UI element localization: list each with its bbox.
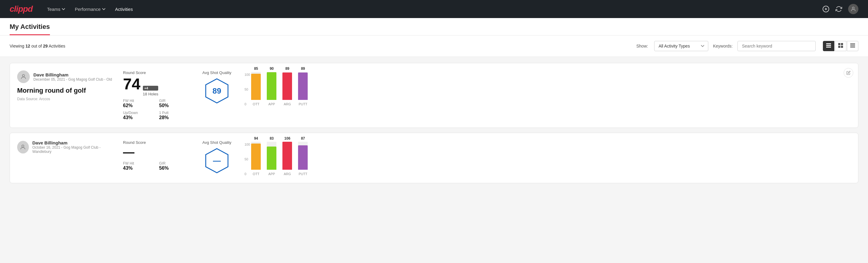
bar-value-putt: 89 xyxy=(301,66,305,71)
oneputt-stat: 1 Putt 28% xyxy=(159,111,189,120)
bar-value-app-2: 83 xyxy=(270,136,274,141)
page-header: My Activities xyxy=(0,18,868,35)
bar-group-putt: 89 PUTT xyxy=(298,66,308,106)
svg-rect-13 xyxy=(850,46,855,46)
activity-type-select[interactable]: All Activity Types xyxy=(654,41,708,51)
list-view-button[interactable] xyxy=(823,41,834,51)
nav-label-activities: Activities xyxy=(115,7,133,12)
gir-label: GIR xyxy=(159,99,189,103)
bar-group-ott-2: 94 OTT xyxy=(251,136,261,176)
nav-label-teams: Teams xyxy=(47,7,60,12)
fw-hit-label: FW Hit xyxy=(123,99,153,103)
show-label: Show: xyxy=(637,43,648,49)
score-row-2: — xyxy=(123,146,189,159)
score-value: 74 xyxy=(123,76,141,92)
hexagon-wrapper: 89 xyxy=(203,77,230,105)
bar-value-app: 90 xyxy=(270,66,274,71)
gir-stat-2: GIR 56% xyxy=(159,161,189,171)
refresh-button[interactable] xyxy=(836,6,842,12)
user-avatar-card xyxy=(17,70,30,83)
svg-rect-6 xyxy=(826,47,831,48)
hex-score: 89 xyxy=(213,86,221,96)
search-input[interactable] xyxy=(738,41,816,51)
quality-label: Avg Shot Quality xyxy=(203,70,231,75)
svg-rect-11 xyxy=(850,43,855,44)
user-name-2: Dave Billingham xyxy=(32,140,114,145)
stats-section-2: Round Score — FW Hit 43% GIR 56% xyxy=(123,140,189,171)
fw-hit-value: 62% xyxy=(123,103,153,108)
fw-hit-stat: FW Hit 62% xyxy=(123,99,153,108)
data-source: Data Source: Arccos xyxy=(17,97,114,101)
grid-view-button[interactable] xyxy=(835,41,846,51)
user-info: Dave Billingham December 05, 2021 - Gog … xyxy=(17,70,114,83)
fw-hit-value-2: 43% xyxy=(123,166,153,171)
card-left-2: Dave Billingham October 16, 2021 - Gog M… xyxy=(17,140,114,157)
bar-value-putt-2: 87 xyxy=(301,136,305,141)
chevron-down-icon xyxy=(62,7,65,11)
bar-fill-app xyxy=(267,72,276,100)
gir-label-2: GIR xyxy=(159,161,189,166)
bar-label-app: APP xyxy=(268,102,275,106)
bar-chart: 85 OTT 90 APP xyxy=(251,73,308,106)
user-details-2: Dave Billingham October 16, 2021 - Gog M… xyxy=(32,140,114,154)
bar-container-ott xyxy=(251,72,261,100)
score-diff: +4 xyxy=(143,86,158,91)
svg-point-17 xyxy=(22,145,24,147)
quality-section: Avg Shot Quality 89 xyxy=(199,70,235,105)
svg-rect-12 xyxy=(850,45,855,45)
bar-fill-ott xyxy=(251,74,261,100)
sub-stats: FW Hit 62% GIR 50% Up/Down 43% 1 Putt 28… xyxy=(123,99,189,120)
holes-text: 18 Holes xyxy=(143,92,158,96)
gir-value: 50% xyxy=(159,103,189,108)
sub-stats-2: FW Hit 43% GIR 56% xyxy=(123,161,189,171)
round-score-label-2: Round Score xyxy=(123,140,189,145)
chart-y-axis: 100 50 0 xyxy=(245,73,250,106)
user-meta-2: October 16, 2021 - Gog Magog Golf Club -… xyxy=(32,145,114,154)
bar-label-ott: OTT xyxy=(253,102,259,106)
logo[interactable]: clippd xyxy=(10,4,32,14)
user-avatar[interactable] xyxy=(848,4,858,14)
svg-rect-4 xyxy=(826,43,831,44)
svg-point-15 xyxy=(22,75,24,77)
nav-item-activities[interactable]: Activities xyxy=(115,7,133,12)
edit-button[interactable] xyxy=(844,68,853,78)
bar-label-arg: ARG xyxy=(284,102,291,106)
chart-y-axis-2: 100 50 0 xyxy=(245,143,250,176)
activity-card-2: Dave Billingham October 16, 2021 - Gog M… xyxy=(10,133,858,183)
bar-group-putt-2: 87 PUTT xyxy=(298,136,308,176)
bar-value-ott: 85 xyxy=(254,66,258,71)
updown-value: 43% xyxy=(123,115,153,120)
bar-container-app xyxy=(267,72,276,100)
bar-fill-arg xyxy=(282,72,292,100)
bar-label-putt: PUTT xyxy=(299,102,307,106)
bar-container-arg xyxy=(282,72,292,100)
main-content: Dave Billingham December 05, 2021 - Gog … xyxy=(0,57,868,189)
hexagon-wrapper-2: — xyxy=(203,147,230,174)
gir-value-2: 56% xyxy=(159,166,189,171)
keywords-label: Keywords: xyxy=(713,43,733,49)
fw-hit-label-2: FW Hit xyxy=(123,161,153,166)
chevron-down-icon xyxy=(102,7,105,11)
chart-wrapper-2: 100 50 0 94 OTT 83 xyxy=(245,140,851,176)
activity-title: Morning round of golf xyxy=(17,87,114,94)
bar-group-app-2: 83 APP xyxy=(267,136,276,176)
user-avatar-card-2 xyxy=(17,141,29,153)
nav-item-performance[interactable]: Performance xyxy=(75,7,105,12)
bar-value-arg-2: 106 xyxy=(284,136,290,141)
nav-icons xyxy=(822,4,858,14)
compact-view-button[interactable] xyxy=(847,41,858,51)
gir-stat: GIR 50% xyxy=(159,99,189,108)
svg-rect-14 xyxy=(850,47,855,48)
svg-rect-8 xyxy=(841,43,843,45)
nav-label-performance: Performance xyxy=(75,7,101,12)
updown-label: Up/Down xyxy=(123,111,153,115)
svg-rect-10 xyxy=(841,46,843,48)
add-button[interactable] xyxy=(822,5,830,12)
quality-label-2: Avg Shot Quality xyxy=(203,140,231,145)
card-left: Dave Billingham December 05, 2021 - Gog … xyxy=(17,70,114,101)
svg-rect-9 xyxy=(838,46,840,48)
nav-item-teams[interactable]: Teams xyxy=(47,7,65,12)
view-toggle xyxy=(823,41,858,51)
oneputt-label: 1 Putt xyxy=(159,111,189,115)
quality-section-2: Avg Shot Quality — xyxy=(199,140,235,174)
